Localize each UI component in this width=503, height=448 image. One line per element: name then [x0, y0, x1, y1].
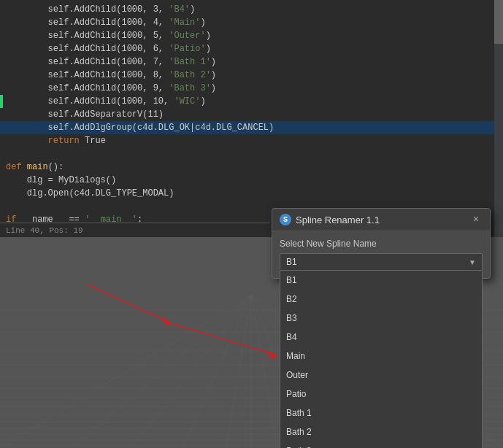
dropdown-item[interactable]: B4 — [280, 328, 482, 347]
dialog-icon: S — [280, 214, 291, 225]
dialog-body: Select New Spline Name B1 ▼ B1B2B3B4Main… — [272, 231, 490, 278]
dropdown-item[interactable]: B2 — [280, 290, 482, 309]
dropdown-item[interactable]: Bath 1 — [280, 403, 482, 422]
code-line: self.AddChild(1000, 10, 'WIC') — [0, 95, 503, 108]
code-line — [0, 147, 503, 161]
dropdown-item[interactable]: Main — [280, 347, 482, 366]
code-line: def main(): — [0, 161, 503, 174]
select-label: Select New Spline Name — [280, 239, 483, 249]
dropdown-item[interactable]: Patio — [280, 385, 482, 403]
scrollbar-vertical[interactable] — [494, 0, 503, 241]
code-line-highlighted: self.AddDlgGroup(c4d.DLG_OK|c4d.DLG_CANC… — [0, 121, 503, 134]
dialog-title-left: S Spline Renamer 1.1 — [280, 214, 380, 225]
dialog-titlebar: S Spline Renamer 1.1 × — [272, 209, 490, 231]
dropdown-list: B1B2B3B4MainOuterPatioBath 1Bath 2Bath 3… — [280, 271, 483, 448]
dropdown-arrow-icon: ▼ — [469, 258, 476, 266]
code-content: self.AddChild(1000, 3, 'B4') self.AddChi… — [0, 0, 503, 241]
code-line: self.AddChild(1000, 6, 'Patio') — [0, 42, 503, 55]
dropdown-item[interactable]: B1 — [280, 271, 482, 290]
spline-renamer-dialog: S Spline Renamer 1.1 × Select New Spline… — [272, 208, 491, 279]
dropdown-item[interactable]: Outer — [280, 366, 482, 385]
status-bar: Line 40, Pos: 19 — [0, 223, 270, 237]
dropdown-item[interactable]: Bath 2 — [280, 422, 482, 441]
code-line: self.AddChild(1000, 8, 'Bath 2') — [0, 69, 503, 82]
status-text: Line 40, Pos: 19 — [6, 226, 83, 235]
dialog-close-button[interactable]: × — [469, 213, 483, 226]
code-line: self.AddChild(1000, 7, 'Bath 1') — [0, 55, 503, 69]
dropdown-item[interactable]: B3 — [280, 309, 482, 328]
dropdown-selected[interactable]: B1 ▼ — [280, 253, 483, 271]
dropdown-selected-value: B1 — [286, 257, 297, 267]
dropdown-item[interactable]: Bath 3 — [280, 441, 482, 448]
code-line: self.AddChild(1000, 3, 'B4') — [0, 3, 503, 16]
code-line: self.AddSeparatorV(11) — [0, 108, 503, 121]
scrollbar-thumb[interactable] — [494, 0, 503, 44]
code-line: self.AddChild(1000, 5, 'Outer') — [0, 29, 503, 42]
dialog-title: Spline Renamer 1.1 — [296, 215, 380, 225]
code-line: dlg.Open(c4d.DLG_TYPE_MODAL) — [0, 187, 503, 200]
code-line: return True — [0, 134, 503, 147]
line-indicator — [0, 95, 3, 108]
code-editor: self.AddChild(1000, 3, 'B4') self.AddChi… — [0, 0, 503, 241]
dropdown-container: B1 ▼ B1B2B3B4MainOuterPatioBath 1Bath 2B… — [280, 253, 483, 271]
code-line: self.AddChild(1000, 4, 'Main') — [0, 16, 503, 29]
code-line: self.AddChild(1000, 9, 'Bath 3') — [0, 82, 503, 95]
code-line: dlg = MyDialogs() — [0, 174, 503, 187]
